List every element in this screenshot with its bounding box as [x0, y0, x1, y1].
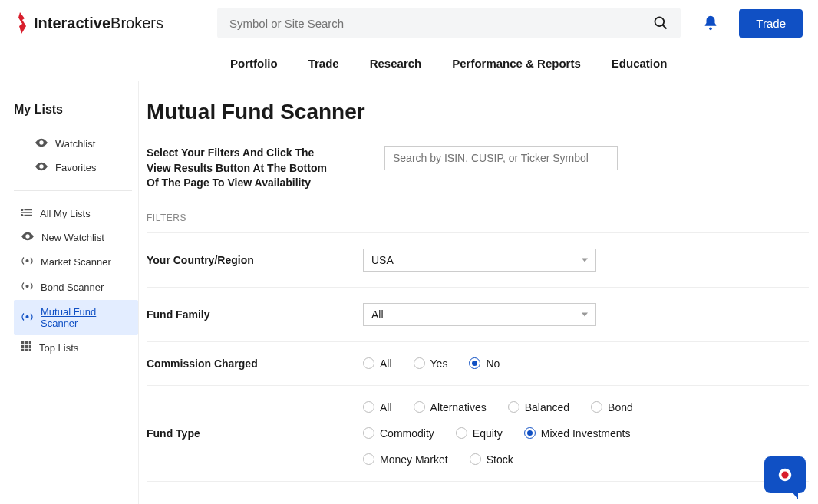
svg-point-21 — [781, 471, 788, 478]
sidebar-item-label: Market Scanner — [41, 256, 111, 268]
svg-rect-12 — [25, 341, 28, 344]
radio-label: All — [380, 357, 392, 370]
radio-circle-icon — [456, 427, 467, 439]
sidebar-item-all-my-lists[interactable]: All My Lists — [14, 202, 138, 226]
global-search[interactable] — [217, 8, 681, 38]
nav-education[interactable]: Education — [612, 57, 668, 70]
radio-all[interactable]: All — [363, 357, 392, 370]
svg-rect-19 — [29, 349, 31, 351]
radio-bond[interactable]: Bond — [591, 401, 633, 413]
sidebar-item-label: New Watchlist — [41, 232, 104, 243]
radio-equity[interactable]: Equity — [456, 427, 503, 440]
radio-label: Commodity — [380, 427, 434, 440]
radio-label: No — [486, 357, 500, 370]
broadcast-icon — [21, 311, 33, 324]
radio-money-market[interactable]: Money Market — [363, 453, 448, 466]
radio-all[interactable]: All — [363, 401, 392, 413]
content: Mutual Fund Scanner Select Your Filters … — [138, 81, 818, 504]
svg-rect-14 — [21, 345, 24, 348]
svg-point-10 — [26, 315, 28, 318]
sidebar-item-new-watchlist[interactable]: New Watchlist — [14, 226, 138, 249]
svg-line-1 — [663, 25, 667, 29]
svg-rect-13 — [29, 341, 31, 344]
lines-icon — [21, 208, 32, 219]
radio-label: Yes — [430, 357, 448, 370]
radio-circle-icon — [591, 401, 602, 413]
radio-mixed-investments[interactable]: Mixed Investments — [524, 427, 631, 440]
sidebar-item-label: Favorites — [55, 162, 96, 173]
radio-label: Alternatives — [430, 401, 487, 413]
svg-point-9 — [26, 285, 28, 288]
radio-label: Mixed Investments — [541, 427, 631, 440]
svg-rect-11 — [21, 341, 24, 344]
radio-circle-icon — [363, 357, 374, 369]
svg-point-2 — [710, 28, 713, 31]
radio-yes[interactable]: Yes — [414, 357, 448, 370]
radio-circle-icon — [363, 427, 374, 439]
filter-label-country: Your Country/Region — [147, 254, 363, 266]
fundtype-radio-group: AllAlternativesBalancedBondCommodityEqui… — [363, 401, 716, 466]
radio-label: Equity — [473, 427, 503, 440]
radio-commodity[interactable]: Commodity — [363, 427, 434, 440]
radio-label: All — [380, 401, 392, 413]
sidebar-separator — [14, 190, 132, 191]
filter-family-row: Fund Family All — [147, 287, 809, 341]
svg-rect-17 — [21, 349, 24, 351]
logo-flame-icon — [15, 12, 31, 34]
nav-trade[interactable]: Trade — [308, 57, 339, 70]
sidebar-item-label: Bond Scanner — [41, 282, 104, 293]
filter-instruction: Select Your Filters And Click The View R… — [147, 146, 338, 191]
radio-stock[interactable]: Stock — [470, 453, 513, 466]
radio-label: Bond — [608, 401, 633, 413]
radio-label: Money Market — [380, 453, 448, 466]
search-input[interactable] — [229, 17, 653, 30]
eye-icon — [21, 232, 34, 243]
sidebar-item-watchlist[interactable]: Watchlist — [28, 132, 138, 156]
radio-circle-icon — [470, 453, 481, 465]
search-icon — [653, 15, 668, 31]
logo[interactable]: InteractiveBrokers — [15, 12, 163, 34]
commission-radio-group: AllYesNo — [363, 357, 809, 370]
filters-heading: FILTERS — [147, 212, 809, 223]
top-nav: Portfolio Trade Research Performance & R… — [230, 46, 818, 81]
isin-search-input[interactable] — [384, 146, 618, 170]
sidebar-item-top-lists[interactable]: Top Lists — [14, 335, 138, 360]
broadcast-icon — [21, 255, 33, 268]
radio-circle-icon — [469, 357, 480, 369]
filter-fundtype-row: Fund Type AllAlternativesBalancedBondCom… — [147, 385, 809, 482]
filter-label-family: Fund Family — [147, 308, 363, 321]
radio-no[interactable]: No — [469, 357, 500, 370]
filter-label-fundtype: Fund Type — [147, 427, 363, 440]
radio-label: Stock — [487, 453, 513, 466]
filter-commission-row: Commission Charged AllYesNo — [147, 341, 809, 385]
trade-button[interactable]: Trade — [739, 9, 803, 38]
radio-alternatives[interactable]: Alternatives — [414, 401, 487, 413]
nav-performance[interactable]: Performance & Reports — [452, 57, 581, 70]
svg-rect-15 — [25, 345, 28, 348]
radio-label: Balanced — [525, 401, 569, 413]
country-select[interactable]: USA — [363, 249, 596, 272]
radio-circle-icon — [524, 427, 536, 439]
sidebar-item-mutual-fund-scanner[interactable]: Mutual Fund Scanner — [14, 300, 138, 335]
logo-text: InteractiveBrokers — [34, 15, 163, 32]
notifications-icon[interactable] — [702, 15, 719, 31]
sidebar-item-label: Mutual Fund Scanner — [41, 306, 130, 329]
chat-icon — [777, 466, 793, 483]
page-title: Mutual Fund Scanner — [147, 100, 809, 124]
filter-label-commission: Commission Charged — [147, 357, 363, 370]
chat-button[interactable] — [764, 456, 806, 493]
sidebar: My Lists WatchlistFavorites All My Lists… — [0, 81, 138, 504]
nav-research[interactable]: Research — [370, 57, 422, 70]
svg-point-7 — [21, 215, 23, 216]
nav-portfolio[interactable]: Portfolio — [230, 57, 278, 70]
family-select[interactable]: All — [363, 303, 596, 326]
radio-circle-icon — [363, 453, 374, 465]
radio-circle-icon — [508, 401, 519, 413]
eye-icon — [35, 162, 48, 173]
sidebar-item-favorites[interactable]: Favorites — [28, 156, 138, 180]
header: InteractiveBrokers Trade — [0, 0, 818, 46]
sidebar-item-market-scanner[interactable]: Market Scanner — [14, 249, 138, 275]
radio-balanced[interactable]: Balanced — [508, 401, 569, 413]
sidebar-item-bond-scanner[interactable]: Bond Scanner — [14, 275, 138, 300]
sidebar-title: My Lists — [14, 103, 138, 117]
